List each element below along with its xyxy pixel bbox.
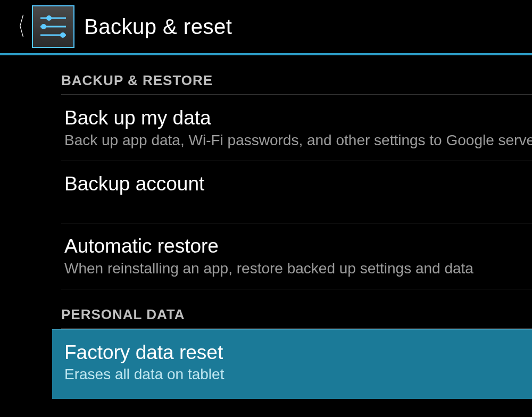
- svg-point-3: [41, 24, 46, 29]
- item-factory-data-reset[interactable]: Factory data reset Erases all data on ta…: [52, 329, 532, 399]
- settings-icon[interactable]: [32, 5, 74, 48]
- item-backup-my-data[interactable]: Back up my data Back up app data, Wi-Fi …: [61, 95, 532, 161]
- item-automatic-restore[interactable]: Automatic restore When reinstalling an a…: [61, 223, 532, 289]
- item-subtitle: Back up app data, Wi-Fi passwords, and o…: [64, 132, 532, 149]
- section-header-personal-data: PERSONAL DATA: [61, 289, 532, 329]
- back-icon[interactable]: 〈: [8, 14, 26, 39]
- item-subtitle: When reinstalling an app, restore backed…: [64, 260, 532, 277]
- item-title: Factory data reset: [64, 341, 532, 364]
- settings-list: BACKUP & RESTORE Back up my data Back up…: [0, 55, 532, 399]
- item-title: Back up my data: [64, 107, 532, 130]
- page-title: Backup & reset: [84, 15, 232, 39]
- header-bar: 〈 Backup & reset: [0, 0, 532, 53]
- item-backup-account[interactable]: Backup account: [61, 161, 532, 224]
- item-title: Automatic restore: [64, 235, 532, 258]
- item-subtitle: Erases all data on tablet: [64, 366, 532, 383]
- item-title: Backup account: [64, 173, 532, 196]
- svg-point-1: [46, 15, 52, 21]
- svg-point-5: [60, 32, 65, 38]
- section-header-backup-restore: BACKUP & RESTORE: [61, 55, 532, 95]
